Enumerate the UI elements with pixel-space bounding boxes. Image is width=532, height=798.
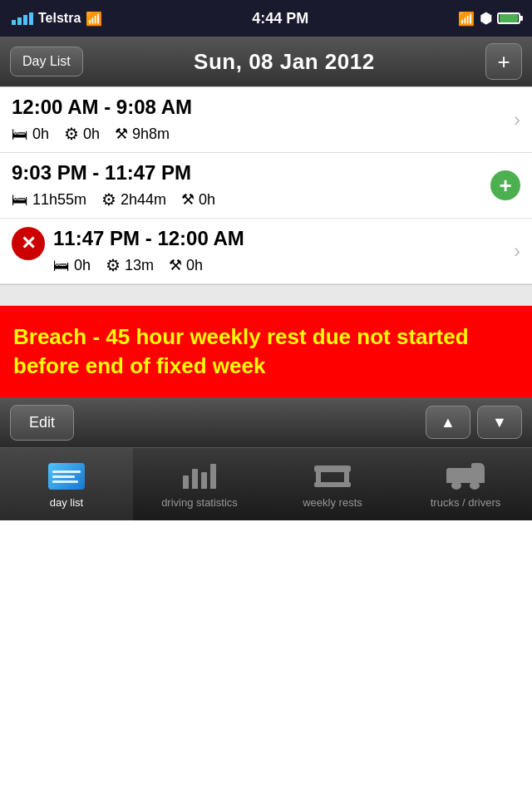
tab-weekly-rests-label: weekly rests <box>303 496 362 509</box>
section-gap <box>0 284 532 306</box>
next-day-button[interactable]: ▼ <box>477 406 522 439</box>
status-time: 4:44 PM <box>252 10 308 27</box>
entry-stats: 🛏 0h ⚙ 13m ⚒ 0h <box>53 255 520 275</box>
tab-bar: day list driving statistics weekly rests <box>0 447 532 520</box>
tools-icon: ⚒ <box>181 190 195 209</box>
entry-time: 12:00 AM - 9:08 AM <box>12 96 520 119</box>
tab-weekly-rests-icon-area <box>313 460 352 493</box>
nav-bar: Day List Sun, 08 Jan 2012 + <box>0 37 532 86</box>
bed-value: 0h <box>74 257 91 274</box>
entry-time: 11:47 PM - 12:00 AM <box>53 227 520 250</box>
bluetooth-icon: 📶 <box>458 11 475 27</box>
tab-weekly-rests[interactable]: weekly rests <box>266 448 399 520</box>
tab-trucks-drivers[interactable]: trucks / drivers <box>399 448 532 520</box>
bed-icon: 🛏 <box>12 190 28 209</box>
main-content: 12:00 AM - 9:08 AM 🛏 0h ⚙ 0h ⚒ 9h8m › 9:… <box>0 86 532 397</box>
entry-stats: 🛏 0h ⚙ 0h ⚒ 9h8m <box>12 124 520 144</box>
tab-trucks-icon-area <box>446 460 485 493</box>
entry-content: 11:47 PM - 12:00 AM 🛏 0h ⚙ 13m ⚒ 0h <box>53 227 520 275</box>
entry-time: 9:03 PM - 11:47 PM <box>12 161 520 185</box>
work-value: 0h <box>186 257 203 274</box>
steering-wheel-icon: ⚙ <box>106 255 121 275</box>
drive-value: 13m <box>125 257 154 274</box>
status-left: Telstra 📶 <box>12 11 102 27</box>
breach-message: Breach - 45 hour weekly rest due not sta… <box>13 323 519 381</box>
day-list-icon <box>48 463 85 490</box>
status-bar: Telstra 📶 4:44 PM 📶 ⬢ <box>0 0 532 37</box>
drive-stat: ⚙ 2h44m <box>101 190 166 209</box>
tab-day-list[interactable]: day list <box>0 448 133 520</box>
tools-icon: ⚒ <box>169 256 182 274</box>
tab-driving-stats-icon-area <box>180 460 219 493</box>
entry-row: 12:00 AM - 9:08 AM 🛏 0h ⚙ 0h ⚒ 9h8m › <box>0 87 532 153</box>
tab-day-list-label: day list <box>50 496 83 509</box>
day-list-back-button[interactable]: Day List <box>10 47 83 76</box>
edit-button[interactable]: Edit <box>10 405 74 441</box>
work-value: 9h8m <box>132 126 170 143</box>
tab-trucks-label: trucks / drivers <box>431 496 501 509</box>
work-value: 0h <box>199 191 215 209</box>
steering-wheel-icon: ⚙ <box>64 124 79 144</box>
tab-driving-stats-label: driving statistics <box>161 496 238 509</box>
truck-icon <box>446 463 485 490</box>
tab-day-list-icon-area <box>47 460 86 493</box>
entry-stats: 🛏 11h55m ⚙ 2h44m ⚒ 0h <box>12 190 520 209</box>
bed-value: 11h55m <box>32 191 86 209</box>
work-stat: ⚒ 9h8m <box>115 125 170 143</box>
rest-icon <box>314 466 351 487</box>
drive-stat: ⚙ 13m <box>106 255 154 275</box>
work-stat: ⚒ 0h <box>181 190 215 209</box>
work-stat: ⚒ 0h <box>169 256 203 274</box>
bed-icon: 🛏 <box>12 125 28 144</box>
bed-stat: 🛏 11h55m <box>12 190 86 209</box>
bed-stat: 🛏 0h <box>53 256 91 275</box>
entry-row: ✕ 11:47 PM - 12:00 AM 🛏 0h ⚙ 13m ⚒ 0h <box>0 219 532 284</box>
steering-wheel-icon: ⚙ <box>101 190 116 209</box>
bed-stat: 🛏 0h <box>12 125 49 144</box>
bottom-toolbar: Edit ▲ ▼ <box>0 397 532 447</box>
wifi-icon: 📶 <box>86 11 102 27</box>
chevron-right-icon: › <box>514 108 520 131</box>
breach-banner: Breach - 45 hour weekly rest due not sta… <box>0 306 532 397</box>
navigation-arrows: ▲ ▼ <box>426 406 522 439</box>
tools-icon: ⚒ <box>115 125 128 143</box>
bed-value: 0h <box>32 126 49 143</box>
chevron-right-icon: › <box>514 239 520 263</box>
status-right: 📶 ⬢ <box>458 10 520 27</box>
bed-icon: 🛏 <box>53 256 70 275</box>
drive-stat: ⚙ 0h <box>64 124 100 144</box>
drive-value: 0h <box>83 126 100 143</box>
drive-value: 2h44m <box>121 191 166 209</box>
entry-row-inline: ✕ 11:47 PM - 12:00 AM 🛏 0h ⚙ 13m ⚒ 0h <box>12 227 520 275</box>
bar-chart-icon <box>183 464 216 489</box>
nav-title: Sun, 08 Jan 2012 <box>194 49 375 75</box>
delete-entry-button[interactable]: ✕ <box>12 227 45 260</box>
battery-icon <box>497 12 520 24</box>
carrier-label: Telstra <box>38 11 81 26</box>
tab-driving-statistics[interactable]: driving statistics <box>133 448 266 520</box>
prev-day-button[interactable]: ▲ <box>426 406 470 439</box>
add-sub-entry-button[interactable]: + <box>490 170 520 200</box>
add-entry-button[interactable]: + <box>485 43 522 80</box>
signal-icon <box>12 12 33 25</box>
bluetooth-symbol: ⬢ <box>480 10 492 27</box>
entry-row: 9:03 PM - 11:47 PM 🛏 11h55m ⚙ 2h44m ⚒ 0h… <box>0 153 532 219</box>
